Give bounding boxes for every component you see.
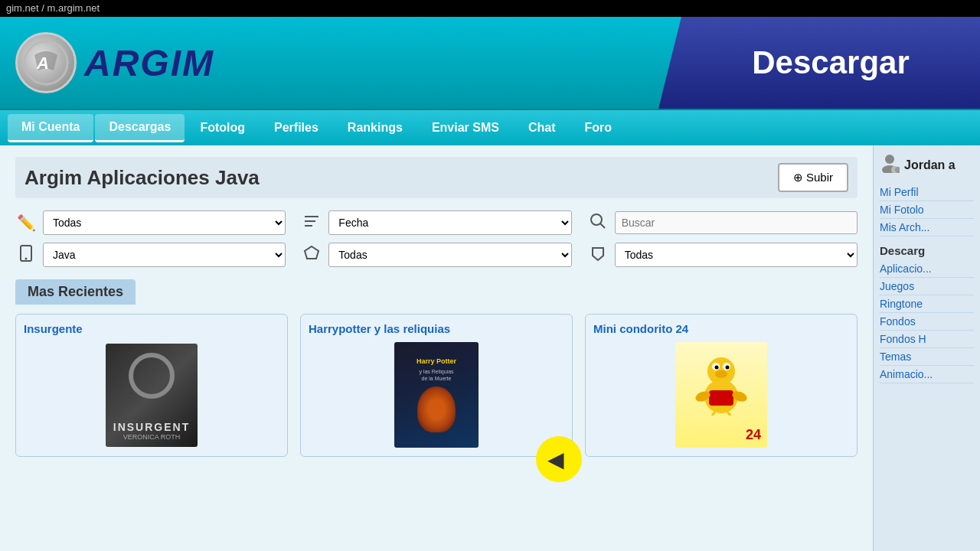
nav-enviar-sms[interactable]: Enviar SMS bbox=[418, 115, 513, 141]
svg-marker-10 bbox=[593, 248, 603, 260]
mobile-icon bbox=[15, 245, 37, 266]
content-header: Argim Aplicaciones Java ⊕ Subir bbox=[15, 157, 858, 198]
sidebar-user: Jordan a bbox=[880, 153, 974, 178]
descargar-button[interactable]: Descargar bbox=[658, 17, 980, 109]
descargar-label: Descargar bbox=[729, 44, 909, 81]
card-insurgente-title[interactable]: Insurgente bbox=[24, 322, 279, 335]
filter-category: ✏️ Todas Juegos Aplicaciones bbox=[15, 210, 286, 235]
nav-mi-cuenta[interactable]: Mi Cuenta bbox=[8, 114, 93, 142]
sidebar-juegos[interactable]: Juegos bbox=[880, 278, 974, 295]
subir-button[interactable]: ⊕ Subir bbox=[778, 163, 848, 192]
sidebar-mi-perfil[interactable]: Mi Perfil bbox=[880, 184, 974, 201]
card-insurgente-image: INSURGENT VERONICA ROTH bbox=[24, 341, 279, 448]
svg-line-19 bbox=[712, 412, 715, 416]
svg-text:A: A bbox=[36, 54, 49, 73]
filters-container: ✏️ Todas Juegos Aplicaciones Fecha Nombr… bbox=[15, 210, 858, 267]
url-text: gim.net / m.argim.net bbox=[6, 2, 100, 14]
svg-point-8 bbox=[25, 257, 28, 259]
sort-select[interactable]: Fecha Nombre Tamaño bbox=[328, 210, 571, 235]
sidebar-animaciones[interactable]: Animacio... bbox=[880, 366, 974, 383]
filter-sort: Fecha Nombre Tamaño bbox=[301, 210, 571, 235]
svg-point-17 bbox=[726, 366, 730, 370]
condorito-bird-icon bbox=[691, 347, 752, 416]
svg-point-23 bbox=[885, 155, 894, 164]
sidebar-username: Jordan a bbox=[904, 158, 956, 172]
filter-search bbox=[587, 211, 858, 234]
sidebar-fondos-h[interactable]: Fondos H bbox=[880, 331, 974, 348]
logo-icon: A bbox=[15, 32, 77, 93]
content-area: Argim Aplicaciones Java ⊕ Subir ✏️ Todas… bbox=[0, 145, 873, 551]
platform-select[interactable]: Java Android iOS bbox=[43, 243, 286, 267]
card-harrypotter-image: Harry Potter y las Reliquiasde la Muerte bbox=[309, 341, 564, 448]
card-condorito: Mini condorito 24 bbox=[585, 314, 858, 457]
type-select[interactable]: Todas Gratis Premium bbox=[328, 243, 571, 267]
nav-foro[interactable]: Foro bbox=[570, 115, 626, 141]
tag-select[interactable]: Todas Nuevas Populares bbox=[615, 243, 858, 267]
sidebar-temas[interactable]: Temas bbox=[880, 348, 974, 366]
top-bar: gim.net / m.argim.net bbox=[0, 0, 980, 17]
card-harrypotter: Harrypotter y las reliquias Harry Potter… bbox=[300, 314, 573, 457]
cursor-arrow-icon: ◀ bbox=[547, 447, 564, 472]
sidebar-fondos[interactable]: Fondos bbox=[880, 313, 974, 331]
navigation: Mi Cuenta Descargas Fotolog Perfiles Ran… bbox=[0, 109, 980, 145]
svg-marker-9 bbox=[305, 246, 318, 259]
user-icon bbox=[880, 153, 900, 178]
svg-point-5 bbox=[591, 214, 602, 225]
condorito-number: 24 bbox=[746, 427, 761, 443]
svg-rect-18 bbox=[709, 390, 733, 406]
edit-icon: ✏️ bbox=[15, 214, 37, 232]
nav-rankings[interactable]: Rankings bbox=[334, 115, 416, 141]
header: A ARGIM Descargar bbox=[0, 17, 980, 109]
cursor-indicator: ◀ bbox=[536, 436, 582, 482]
nav-chat[interactable]: Chat bbox=[514, 115, 570, 141]
search-input[interactable] bbox=[615, 211, 858, 234]
logo-text: ARGIM bbox=[84, 42, 214, 84]
card-condorito-title[interactable]: Mini condorito 24 bbox=[593, 322, 849, 335]
tag-icon bbox=[587, 245, 609, 266]
cards-container: Insurgente INSURGENT VERONICA ROTH Harry… bbox=[15, 314, 858, 457]
filter-type: Todas Gratis Premium bbox=[301, 243, 571, 267]
filter-platform: Java Android iOS bbox=[15, 243, 286, 267]
logo-area: A ARGIM bbox=[15, 32, 214, 93]
svg-line-6 bbox=[600, 223, 605, 228]
card-condorito-image: 24 bbox=[593, 341, 849, 448]
nav-perfiles[interactable]: Perfiles bbox=[260, 115, 332, 141]
category-select[interactable]: Todas Juegos Aplicaciones bbox=[43, 210, 286, 235]
sidebar-mi-fotolog[interactable]: Mi Fotolo bbox=[880, 201, 974, 219]
svg-line-20 bbox=[727, 412, 730, 416]
nav-fotolog[interactable]: Fotolog bbox=[186, 115, 259, 141]
main-layout: Argim Aplicaciones Java ⊕ Subir ✏️ Todas… bbox=[0, 145, 980, 551]
filter-tag: Todas Nuevas Populares bbox=[587, 243, 858, 267]
sidebar-aplicaciones[interactable]: Aplicacio... bbox=[880, 260, 974, 278]
sidebar-mis-arch[interactable]: Mis Arch... bbox=[880, 219, 974, 236]
section-heading: Mas Recientes bbox=[15, 279, 136, 305]
sidebar-section-descarg: Descarg bbox=[880, 244, 974, 257]
svg-point-13 bbox=[715, 370, 727, 378]
sidebar-ringtone[interactable]: Ringtone bbox=[880, 295, 974, 313]
sidebar: Jordan a Mi Perfil Mi Fotolo Mis Arch...… bbox=[873, 145, 980, 551]
card-insurgente: Insurgente INSURGENT VERONICA ROTH bbox=[15, 314, 288, 457]
page-title: Argim Aplicaciones Java bbox=[24, 166, 260, 190]
nav-descargas[interactable]: Descargas bbox=[95, 114, 185, 142]
filter-icon bbox=[301, 245, 322, 266]
svg-point-16 bbox=[715, 366, 719, 370]
search-icon bbox=[587, 213, 609, 233]
card-harrypotter-title[interactable]: Harrypotter y las reliquias bbox=[309, 322, 564, 335]
sort-icon bbox=[301, 213, 322, 233]
